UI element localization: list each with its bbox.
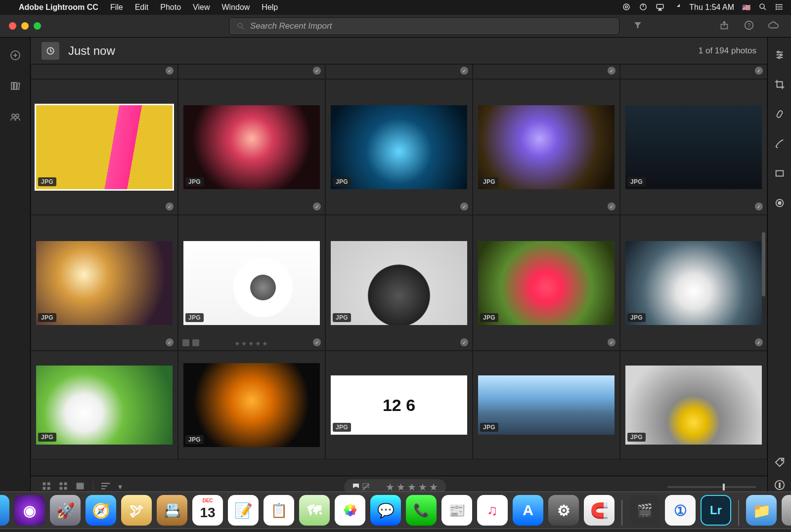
dock-lightroom[interactable] — [701, 495, 731, 526]
scrollbar-thumb[interactable] — [762, 232, 765, 296]
healing-brush-button[interactable] — [774, 109, 785, 122]
chevron-down-icon[interactable]: ▾ — [118, 482, 122, 491]
dock-magnet[interactable] — [584, 495, 615, 526]
photo-cell[interactable]: JPG — [325, 351, 473, 459]
dock-itunes[interactable] — [477, 495, 508, 526]
dock-siri[interactable] — [14, 495, 45, 526]
notification-status-icon[interactable] — [672, 2, 681, 13]
grid-view-large-button[interactable] — [58, 481, 68, 493]
linear-gradient-button[interactable] — [774, 168, 785, 181]
dock-calendar[interactable] — [192, 495, 223, 526]
sort-button[interactable] — [101, 482, 114, 492]
format-badge: JPG — [333, 423, 351, 432]
window-minimize-button[interactable] — [21, 22, 29, 30]
dock-messages[interactable] — [370, 495, 401, 526]
menu-photo[interactable]: Photo — [160, 3, 181, 12]
cloud-sync-button[interactable] — [768, 20, 779, 33]
window-close-button[interactable] — [9, 22, 16, 30]
dock-launchpad[interactable] — [50, 495, 81, 526]
flag-status-icon[interactable]: 🇺🇸 — [742, 3, 750, 11]
flag-icons[interactable] — [182, 339, 199, 346]
detail-view-button[interactable] — [75, 481, 85, 493]
info-button[interactable]: i — [774, 480, 785, 492]
edit-panel-button[interactable] — [774, 49, 785, 62]
photo-grid: JPG JPG JPG JPG JPG — [31, 64, 767, 459]
svg-point-27 — [12, 114, 15, 117]
sync-status-icon — [608, 67, 615, 75]
cc-status-icon[interactable] — [622, 2, 631, 13]
dock-safari[interactable] — [86, 495, 116, 526]
sync-status-icon — [755, 67, 763, 75]
photo-cell[interactable]: JPG — [473, 351, 620, 459]
sharing-button[interactable] — [9, 111, 21, 124]
format-badge: JPG — [185, 177, 204, 186]
menu-edit[interactable]: Edit — [135, 3, 149, 12]
photo-cell[interactable]: JPG — [473, 79, 620, 215]
photo-cell[interactable]: JPG — [178, 79, 325, 215]
photo-cell[interactable]: JPG — [31, 351, 178, 459]
dock-downloads[interactable] — [746, 495, 777, 526]
dock-notes[interactable] — [228, 495, 259, 526]
menu-window[interactable]: Window — [221, 3, 250, 12]
photo-cell[interactable]: JPG — [620, 351, 767, 459]
crop-button[interactable] — [774, 79, 785, 92]
dock-photos[interactable] — [335, 495, 365, 526]
photo-cell[interactable]: JPG — [620, 79, 767, 215]
grid-view-small-button[interactable] — [42, 481, 51, 493]
svg-point-0 — [623, 4, 629, 10]
brush-button[interactable] — [774, 138, 785, 151]
menu-file[interactable]: File — [110, 3, 123, 12]
sync-status-icon — [313, 338, 321, 346]
thumbnail-size-slider[interactable] — [667, 486, 756, 488]
search-placeholder: Search Recent Import — [250, 21, 332, 31]
photo-cell[interactable]: JPG — [178, 351, 325, 459]
dock-contacts[interactable] — [157, 495, 187, 526]
filter-button[interactable] — [633, 21, 642, 32]
window-maximize-button[interactable] — [34, 22, 41, 30]
svg-rect-33 — [47, 487, 50, 490]
svg-marker-16 — [634, 22, 641, 28]
dock-appstore[interactable] — [513, 495, 543, 526]
dock-maps[interactable] — [299, 495, 330, 526]
sync-status-icon — [460, 338, 468, 346]
radial-gradient-button[interactable] — [774, 198, 785, 210]
my-photos-button[interactable] — [9, 80, 21, 94]
svg-rect-32 — [43, 487, 46, 490]
photo-cell[interactable]: JPG — [325, 215, 473, 351]
dock-1password[interactable] — [665, 495, 696, 526]
photo-cell[interactable]: JPG — [31, 79, 178, 215]
photo-cell[interactable]: JPG — [31, 215, 178, 351]
photo-cell[interactable]: JPG ★★★★★ — [178, 215, 325, 351]
app-name[interactable]: Adobe Lightroom CC — [19, 3, 98, 12]
menu-help[interactable]: Help — [262, 3, 278, 12]
dock-news[interactable] — [441, 495, 472, 526]
svg-text:i: i — [779, 482, 781, 489]
dock-mail[interactable] — [121, 495, 152, 526]
dock-finder[interactable] — [0, 495, 9, 526]
airplay-status-icon[interactable] — [656, 2, 664, 13]
menu-view[interactable]: View — [193, 3, 210, 12]
menubar-list-icon[interactable] — [775, 2, 784, 13]
search-input[interactable]: Search Recent Import — [229, 17, 619, 35]
photo-cell[interactable]: JPG — [620, 215, 767, 351]
keywords-button[interactable] — [774, 457, 785, 470]
dock-trash[interactable] — [782, 495, 791, 526]
format-badge: JPG — [480, 423, 498, 432]
dock-imovie[interactable] — [629, 495, 660, 526]
dock-settings[interactable] — [548, 495, 579, 526]
spotlight-icon[interactable] — [758, 2, 767, 13]
dock-facetime[interactable] — [406, 495, 437, 526]
svg-point-14 — [238, 23, 242, 28]
toolbar-divider — [93, 482, 93, 492]
share-button[interactable] — [719, 20, 730, 33]
rating-stars[interactable]: ★★★★★ — [234, 340, 269, 347]
recent-import-icon[interactable] — [42, 42, 59, 60]
add-photos-button[interactable] — [9, 49, 21, 63]
photo-cell[interactable]: JPG — [325, 79, 473, 215]
photo-cell[interactable]: JPG — [473, 215, 620, 351]
dock-reminders[interactable] — [264, 495, 294, 526]
power-status-icon[interactable] — [639, 2, 648, 13]
help-button[interactable]: ? — [744, 20, 754, 33]
menubar-clock[interactable]: Thu 1:54 AM — [689, 3, 734, 12]
format-badge: JPG — [480, 313, 498, 322]
